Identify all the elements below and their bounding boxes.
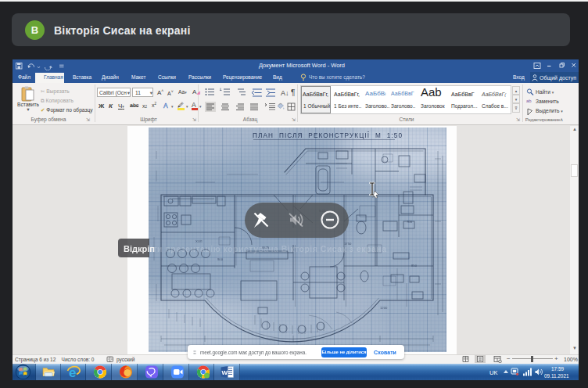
svg-text:¶: ¶ (291, 88, 295, 97)
svg-text:1200: 1200 (380, 306, 388, 310)
svg-text:ПЛАН ПІСЛЯ РЕКОНСТРУКЦІЇ М 1:5: ПЛАН ПІСЛЯ РЕКОНСТРУКЦІЇ М 1:50 (253, 131, 403, 139)
svg-text:W: W (222, 369, 228, 376)
svg-text:09.11.2021: 09.11.2021 (544, 373, 569, 379)
svg-text:900: 900 (217, 257, 224, 261)
svg-text:ХОЛ: ХОЛ (195, 239, 203, 243)
svg-text:17:59: 17:59 (551, 366, 564, 372)
svg-text:850: 850 (411, 264, 418, 268)
svg-text:ab: ab (526, 99, 532, 103)
svg-text:А↓: А↓ (281, 89, 289, 97)
svg-text:700: 700 (407, 220, 413, 224)
svg-text:UK: UK (489, 369, 497, 376)
